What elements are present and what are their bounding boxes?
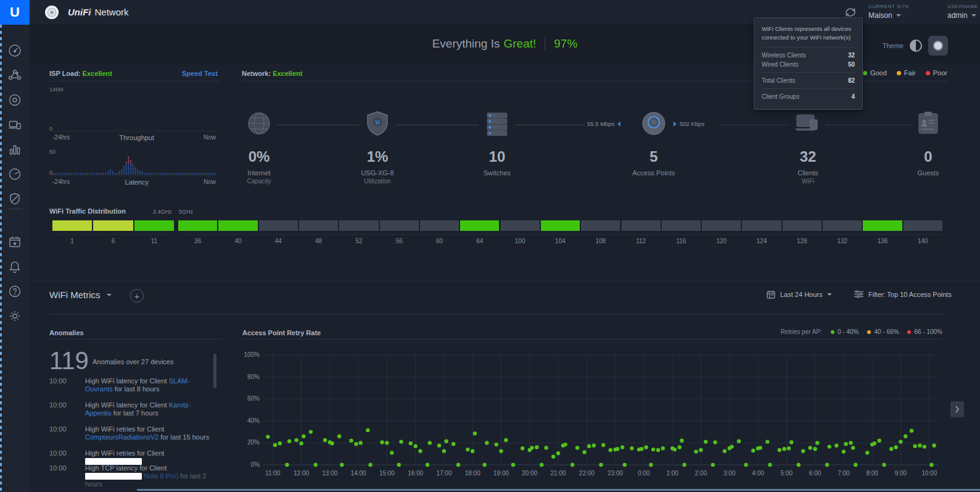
wifi-distribution-title: WiFi Traffic Distribution: [49, 207, 126, 215]
add-widget-button[interactable]: +: [130, 289, 144, 302]
svg-text:3:00: 3:00: [723, 470, 736, 477]
device-label: Guests: [885, 169, 971, 177]
scrollbar[interactable]: [213, 354, 216, 388]
user-selector[interactable]: USERNAME admin: [947, 4, 978, 20]
channel-124-segment[interactable]: [742, 220, 781, 231]
tooltip-row-wireless-clients: Wireless Clients32: [762, 52, 855, 59]
channel-40-segment[interactable]: [218, 220, 257, 231]
health-status-value: Great!: [503, 37, 536, 51]
channel-112-label: 112: [622, 238, 661, 244]
channel-116-segment[interactable]: [662, 220, 701, 231]
channel-132-segment[interactable]: [823, 220, 862, 231]
site-selector[interactable]: CURRENT SITE Maison: [868, 4, 909, 20]
channel-1-segment[interactable]: [52, 220, 92, 231]
channel-64-label: 64: [460, 238, 499, 244]
channel-52-segment[interactable]: [339, 220, 378, 231]
channel-48-label: 48: [299, 238, 338, 244]
channel-6-segment[interactable]: [93, 220, 133, 231]
sidebar-item-settings[interactable]: [6, 307, 23, 325]
connector-dotted-line: [720, 125, 789, 125]
channel-100-segment[interactable]: [501, 220, 540, 231]
arrow-left-icon: [617, 122, 620, 127]
device-node-usg-xg-8[interactable]: U1%USG-XG-8Utilization: [334, 110, 421, 185]
channel-56-label: 56: [380, 238, 419, 244]
svg-text:9:00: 9:00: [895, 470, 907, 477]
sidebar-item-statistics[interactable]: [6, 141, 23, 158]
svg-text:16:00: 16:00: [408, 470, 423, 477]
channel-116-label: 116: [662, 238, 701, 244]
channel-11-segment[interactable]: [134, 220, 174, 231]
light-theme-icon[interactable]: [910, 40, 922, 52]
device-value: 32: [765, 148, 851, 165]
device-node-clients[interactable]: 32ClientsWiFi: [765, 110, 851, 185]
ubiquiti-logo[interactable]: U: [0, 0, 30, 25]
wifi-metrics-dropdown[interactable]: WiFi Metrics: [49, 290, 112, 300]
sidebar-item-help[interactable]: [6, 283, 23, 300]
client-link[interactable]: Note 8 Pro): [144, 472, 178, 480]
latency-axis: [52, 175, 216, 176]
sidebar-item-alerts[interactable]: [6, 258, 23, 275]
svg-text:60%: 60%: [247, 395, 260, 402]
connector-line: [516, 125, 585, 125]
channel-52-label: 52: [339, 238, 378, 244]
time-range-selector[interactable]: Last 24 Hours: [767, 290, 832, 299]
divider: [242, 339, 942, 340]
channel-108-segment[interactable]: [581, 220, 620, 231]
ap-icon: [640, 110, 667, 137]
sidebar-item-clients[interactable]: [6, 116, 23, 133]
channel-64-segment[interactable]: [460, 220, 499, 231]
svg-text:4:00: 4:00: [752, 470, 764, 477]
channel-1-label: 1: [52, 238, 92, 244]
device-node-guests[interactable]: 0Guests: [885, 110, 971, 177]
calendar-icon: [767, 290, 775, 299]
health-score: 97%: [554, 37, 577, 51]
topology-icon: [7, 68, 22, 83]
sidebar-item-devices[interactable]: [6, 91, 23, 109]
sidebar-item-security[interactable]: [6, 190, 23, 207]
channel-112-segment[interactable]: [622, 220, 661, 231]
chart-next-button[interactable]: [950, 401, 964, 417]
channel-44-segment[interactable]: [259, 220, 298, 231]
channel-124-label: 124: [742, 238, 781, 244]
channel-56-segment[interactable]: [380, 220, 419, 231]
retry-rate-chart: 0%20%40%60%80%100%11:0012:0013:0014:0015…: [242, 349, 945, 480]
filter-selector[interactable]: Filter: Top 10 Access Points: [854, 290, 952, 298]
channel-48-segment[interactable]: [299, 220, 338, 231]
device-sublabel: WiFi: [765, 178, 851, 185]
device-node-internet[interactable]: 0%InternetCapacity: [216, 110, 302, 185]
channel-128-segment[interactable]: [783, 220, 821, 231]
security-icon: [7, 191, 22, 206]
settings-icon: [7, 309, 22, 323]
sidebar-item-insights[interactable]: [6, 165, 23, 183]
device-value: 10: [454, 148, 540, 165]
speed-test-link[interactable]: Speed Test: [182, 70, 218, 77]
dashboard-icon: [7, 43, 22, 58]
client-link[interactable]: Karotz-Appentis: [85, 401, 191, 417]
svg-text:20:00: 20:00: [522, 470, 537, 477]
channel-60-segment[interactable]: [420, 220, 459, 231]
svg-text:0:00: 0:00: [638, 470, 650, 477]
latency-right-label: Now: [204, 178, 216, 186]
client-link[interactable]: CompteursRadiationsV2: [85, 433, 159, 441]
device-node-switches[interactable]: 10Switches: [454, 110, 540, 177]
channel-140-segment[interactable]: [904, 220, 942, 231]
channel-36-label: 36: [178, 238, 217, 244]
sidebar-item-dashboard[interactable]: [6, 42, 23, 59]
anomaly-time: 10:00: [49, 449, 67, 457]
channel-136-segment[interactable]: [863, 220, 902, 231]
sidebar-item-topology[interactable]: [6, 67, 23, 84]
client-groups-value: 4: [851, 93, 855, 100]
channel-128-label: 128: [783, 238, 821, 244]
channel-11-label: 11: [134, 238, 174, 244]
client-groups-row: Client Groups 4: [762, 93, 855, 100]
channel-104-segment[interactable]: [541, 220, 580, 231]
svg-text:7:00: 7:00: [838, 470, 850, 477]
retry-rate-legend: Retries per AP:0 - 40%40 - 66%66 - 100%: [781, 328, 942, 335]
channel-36-segment[interactable]: [178, 220, 217, 231]
channel-40-label: 40: [218, 238, 257, 244]
window-edge-artifact: [137, 489, 980, 491]
svg-text:U: U: [376, 119, 380, 125]
client-link[interactable]: SLAM-Ouvrants: [85, 377, 189, 393]
channel-120-segment[interactable]: [702, 220, 741, 231]
dark-theme-icon[interactable]: [928, 36, 948, 56]
